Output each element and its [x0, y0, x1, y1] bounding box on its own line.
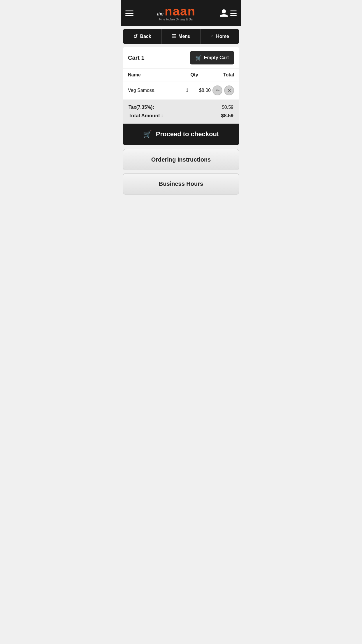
ordering-instructions-button[interactable]: Ordering Instructions — [123, 149, 239, 170]
col-qty-header: Qty — [181, 72, 208, 78]
menu-button[interactable]: ☰ Menu — [162, 29, 201, 44]
home-button[interactable]: ⌂ Home — [201, 29, 239, 44]
empty-cart-label: Empty Cart — [204, 55, 229, 60]
tax-label: Tax(7.35%): — [129, 105, 154, 110]
tax-value: $0.59 — [222, 105, 233, 110]
menu-label: Menu — [178, 34, 191, 39]
empty-cart-icon: 🛒 — [195, 55, 202, 61]
checkout-label: Proceed to checkout — [156, 130, 219, 138]
home-icon: ⌂ — [210, 34, 214, 40]
svg-point-0 — [222, 9, 226, 13]
item-name: Veg Samosa — [128, 88, 175, 93]
back-label: Back — [140, 34, 151, 39]
home-label: Home — [216, 34, 229, 39]
app-header: the naan Fine Indian Dining & Bar — [121, 0, 241, 26]
total-value: $8.59 — [221, 113, 233, 119]
table-headers: Name Qty Total — [123, 69, 239, 81]
back-button[interactable]: ↺ Back — [123, 29, 162, 44]
user-menu-lines — [230, 10, 237, 16]
cart-summary: Tax(7.35%): $0.59 Total Amount : $8.59 — [123, 100, 239, 124]
empty-cart-button[interactable]: 🛒 Empty Cart — [190, 51, 234, 64]
item-qty: 1 — [175, 88, 199, 93]
cart-header: Cart 1 🛒 Empty Cart — [123, 47, 239, 69]
logo-naan-text: naan — [165, 5, 196, 18]
logo-the-text: the — [157, 11, 164, 17]
cart-container: Cart 1 🛒 Empty Cart Name Qty Total Veg S… — [123, 47, 239, 145]
user-menu-icon[interactable] — [219, 8, 237, 18]
item-total-group: $8.00 ✏ ✕ — [199, 85, 234, 95]
app-logo: the naan Fine Indian Dining & Bar — [133, 5, 219, 21]
total-row: Total Amount : $8.59 — [129, 113, 233, 119]
item-price: $8.00 — [199, 88, 211, 93]
col-total-header: Total — [208, 72, 234, 78]
checkout-button[interactable]: 🛒 Proceed to checkout — [123, 124, 239, 145]
edit-item-button[interactable]: ✏ — [212, 85, 222, 95]
logo-subtitle: Fine Indian Dining & Bar — [133, 18, 219, 21]
cart-item-row: Veg Samosa 1 $8.00 ✏ ✕ — [123, 81, 239, 100]
menu-icon: ☰ — [171, 33, 176, 40]
total-label: Total Amount : — [129, 113, 163, 119]
checkout-cart-icon: 🛒 — [143, 130, 152, 138]
user-avatar-icon — [219, 8, 229, 18]
back-icon: ↺ — [133, 33, 138, 40]
cart-title: Cart 1 — [128, 55, 145, 61]
item-actions: ✏ ✕ — [212, 85, 234, 95]
info-buttons-section: Ordering Instructions Business Hours — [123, 149, 239, 195]
business-hours-button[interactable]: Business Hours — [123, 173, 239, 195]
remove-item-button[interactable]: ✕ — [224, 85, 234, 95]
navigation-bar: ↺ Back ☰ Menu ⌂ Home — [123, 29, 239, 44]
col-name-header: Name — [128, 72, 181, 78]
tax-row: Tax(7.35%): $0.59 — [129, 105, 233, 110]
hamburger-menu-icon[interactable] — [125, 10, 133, 16]
